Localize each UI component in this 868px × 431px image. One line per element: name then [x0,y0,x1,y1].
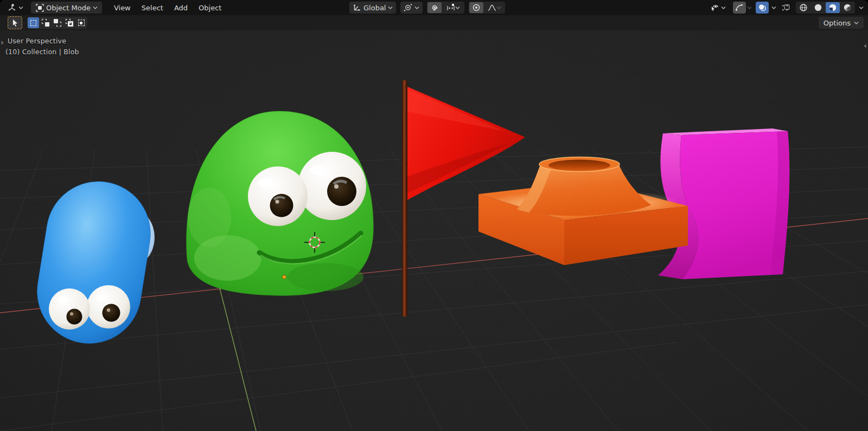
snap-target-dropdown[interactable] [442,2,464,13]
chevron-down-icon [859,6,864,10]
mode-dropdown[interactable]: Object Mode [31,2,102,14]
chevron-down-icon [18,6,23,10]
select-intersect-icon [78,19,85,27]
xray-toggle[interactable] [780,2,792,14]
select-invert-icon [66,19,73,27]
orientation-label: Global [363,4,386,12]
chevron-down-icon [721,6,726,10]
select-mode-group [27,17,87,29]
falloff-curve-icon [488,3,496,12]
orange-volcano-base[interactable] [478,157,688,266]
tool-header: Options [0,15,868,30]
shading-rendered-button[interactable] [840,2,854,13]
select-mode-set[interactable] [28,17,39,28]
menu-object[interactable]: Object [193,2,227,14]
select-mode-extend[interactable] [40,17,51,28]
shading-wireframe-button[interactable] [796,2,810,13]
chevron-down-icon [771,6,776,10]
flag-pole [402,80,407,317]
active-object-label: (10) Collection | Blob [5,48,79,56]
viewport-3d[interactable]: User Perspective (10) Collection | Blob … [0,30,868,431]
chevron-down-icon [414,6,419,10]
object-types-visibility-dropdown[interactable] [707,2,729,14]
proportional-editing-toggle[interactable] [469,2,483,13]
proportional-falloff-dropdown[interactable] [484,2,505,13]
gizmo-arc-icon [735,3,744,12]
green-blob-character[interactable] [187,111,374,295]
select-mode-subtract[interactable] [52,17,63,28]
menubar: View Select Add Object [108,2,227,14]
proportional-dot-icon [472,3,481,12]
options-dropdown[interactable]: Options [819,17,864,29]
chevron-down-icon [388,6,393,10]
snap-toggle-button[interactable] [427,2,442,13]
select-mode-invert[interactable] [63,17,75,28]
gizmos-toggle[interactable] [733,2,746,14]
editor-type-3d-viewport-icon [8,3,16,12]
menu-view[interactable]: View [108,2,136,14]
shading-solid-button[interactable] [811,2,825,13]
chevron-down-icon [93,6,98,10]
shading-mode-group [796,2,855,14]
transform-orientation-dropdown[interactable]: Global [349,2,396,14]
select-box-tool-button[interactable] [8,16,22,29]
select-mode-intersect[interactable] [75,17,87,28]
toolbar-expand-arrow[interactable]: › [1,38,4,47]
proportional-editing-group [469,2,505,14]
viewport-header: Object Mode View Select Add Object Globa… [0,0,868,15]
volcano-cone [517,157,651,216]
solid-sphere-icon [814,3,822,12]
pivot-point-icon [404,3,412,12]
chevron-down-icon [496,6,501,10]
overlays-icon [758,3,767,12]
scene-canvas [0,30,868,431]
pivot-point-dropdown[interactable] [400,2,423,14]
wireframe-sphere-icon [799,3,808,12]
overlays-toggle[interactable] [756,2,769,14]
snapping-group [427,2,464,14]
object-origin-dot [283,275,286,279]
object-mode-icon [35,3,44,12]
chevron-down-icon [854,21,859,25]
chevron-down-icon [455,6,460,10]
select-extend-icon [42,19,49,27]
xray-icon [782,3,790,12]
sidebar-expand-arrow[interactable]: ‹ [864,41,867,50]
rendered-sphere-icon [843,3,852,12]
mode-label: Object Mode [46,4,91,12]
snap-increment-icon [446,3,455,12]
blender-window: Object Mode View Select Add Object Globa… [0,0,868,431]
view-name-label: User Perspective [8,37,66,45]
chevron-down-icon [747,6,752,10]
options-label: Options [824,19,851,27]
cursor-arrow-icon [11,18,19,27]
menu-select[interactable]: Select [136,2,169,14]
select-set-icon [30,20,36,26]
editor-type-dropdown[interactable] [4,2,27,14]
orientation-axes-icon [353,3,361,12]
material-sphere-icon [828,3,837,12]
select-subtract-icon [54,19,61,27]
magnet-icon [430,3,439,12]
shading-material-button[interactable] [826,2,840,13]
object-types-visibility-icon [711,3,719,12]
menu-add[interactable]: Add [169,2,193,14]
blue-blob-character[interactable] [30,174,158,351]
